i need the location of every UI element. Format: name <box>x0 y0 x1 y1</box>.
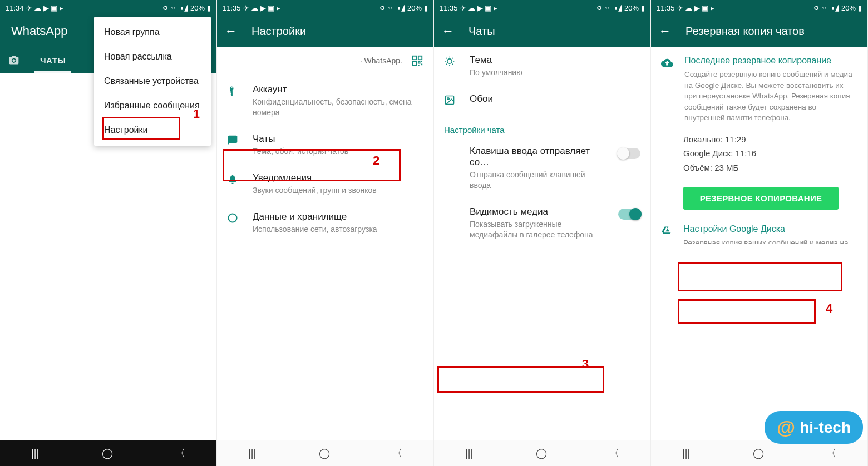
row-media-visibility[interactable]: Видимость медиа Показывать загруженные м… <box>434 199 650 244</box>
data-icon <box>227 212 240 224</box>
status-bar: 11:35 ✈ ☁ ▶ ▣ ▸ ⭘ ᯤ ▮◢ 20% ▮ <box>651 0 867 16</box>
status-time: 11:35 <box>223 4 241 12</box>
nav-home-icon[interactable]: ◯ <box>319 447 330 459</box>
row-subtitle: Отправка сообщений клавишей ввода <box>470 170 606 191</box>
row-subtitle: Использование сети, автозагрузка <box>253 224 423 235</box>
row-title: Видимость медиа <box>470 206 606 217</box>
row-subtitle: Звуки сообщений, групп и звонков <box>253 185 423 196</box>
page-title: Настройки <box>251 25 426 38</box>
row-title: Чаты <box>253 133 423 145</box>
annotation-num-4: 4 <box>826 301 832 316</box>
svg-point-7 <box>447 98 449 100</box>
qr-icon[interactable] <box>411 54 423 67</box>
nav-recent-icon[interactable]: ||| <box>682 448 690 459</box>
menu-new-group[interactable]: Новая группа <box>94 20 211 44</box>
back-icon[interactable]: ← <box>225 24 237 38</box>
section-chat-settings: Настройки чата <box>434 116 650 138</box>
menu-linked-devices[interactable]: Связанные устройства <box>94 69 211 93</box>
wallpaper-icon <box>444 95 457 106</box>
back-icon[interactable]: ← <box>659 24 671 38</box>
screen-2-settings: 11:35 ✈ ☁ ▶ ▣ ▸ ⭘ ᯤ ▮◢ 20% ▮ ← Настройки… <box>217 0 434 466</box>
menu-settings[interactable]: Настройки <box>94 118 211 142</box>
bell-icon <box>227 173 240 185</box>
nav-home-icon[interactable]: ◯ <box>536 447 547 459</box>
svg-point-5 <box>447 59 452 63</box>
status-icons-right: ⭘ ᯤ ▮◢ <box>379 4 405 12</box>
row-subtitle: По умолчанию <box>470 67 640 78</box>
nav-back-icon[interactable]: 〈 <box>175 447 185 460</box>
nav-home-icon[interactable]: ◯ <box>753 447 764 459</box>
row-chats[interactable]: Чаты Тема, обои, история чатов <box>217 126 433 165</box>
app-bar: ← Резервная копия чатов <box>651 16 867 47</box>
overflow-menu: Новая группа Новая рассылка Связанные ус… <box>94 17 211 146</box>
nav-recent-icon[interactable]: ||| <box>31 448 39 459</box>
row-data-storage[interactable]: Данные и хранилище Использование сети, а… <box>217 204 433 242</box>
status-icons-right: ⭘ ᯤ ▮◢ <box>813 4 839 12</box>
last-backup-desc: Создайте резервную копию сообщений и мед… <box>684 69 857 123</box>
watermark: @ hi-tech <box>765 411 863 444</box>
status-icons-left: ✈ ☁ ▶ ▣ ▸ <box>460 4 497 12</box>
app-title: WhatsApp <box>8 24 68 38</box>
gdrive-desc: Резервная копия ваших сообщений и медиа … <box>683 237 857 244</box>
battery-icon: ▮ <box>641 4 645 12</box>
screen-4-backup: 11:35 ✈ ☁ ▶ ▣ ▸ ⭘ ᯤ ▮◢ 20% ▮ ← Резервная… <box>651 0 868 466</box>
nav-home-icon[interactable]: ◯ <box>102 447 113 459</box>
menu-new-broadcast[interactable]: Новая рассылка <box>94 44 211 69</box>
svg-point-3 <box>229 214 237 222</box>
theme-icon <box>444 56 457 67</box>
nav-recent-icon[interactable]: ||| <box>465 448 473 459</box>
stat-local: Локально: 11:29 <box>683 132 857 147</box>
row-enter-send[interactable]: Клавиша ввода отправляет со… Отправка со… <box>434 138 650 199</box>
status-battery: 20% <box>407 4 422 12</box>
row-account[interactable]: Аккаунт Конфиденциальность, безопасность… <box>217 76 433 126</box>
status-bar: 11:35 ✈ ☁ ▶ ▣ ▸ ⭘ ᯤ ▮◢ 20% ▮ <box>217 0 433 16</box>
status-icons-left: ✈ ☁ ▶ ▣ ▸ <box>243 4 280 12</box>
row-subtitle: Показывать загруженные медиафайлы в гале… <box>470 219 606 240</box>
app-bar: ← Чаты <box>434 16 650 47</box>
backup-button[interactable]: РЕЗЕРВНОЕ КОПИРОВАНИЕ <box>683 187 839 210</box>
row-notifications[interactable]: Уведомления Звуки сообщений, групп и зво… <box>217 165 433 204</box>
row-title: Клавиша ввода отправляет со… <box>470 146 606 168</box>
row-wallpaper[interactable]: Обои <box>434 86 650 113</box>
page-title: Резервная копия чатов <box>685 25 860 38</box>
stat-gdrive: Google Диск: 11:16 <box>683 146 857 161</box>
status-battery: 20% <box>190 4 205 12</box>
row-title: Обои <box>470 93 640 105</box>
nav-recent-icon[interactable]: ||| <box>248 448 256 459</box>
row-title: Уведомления <box>253 172 423 184</box>
backup-stats: Локально: 11:29 Google Диск: 11:16 Объём… <box>651 128 867 180</box>
gdrive-heading: Настройки Google Диска <box>683 224 857 234</box>
back-icon[interactable]: ← <box>442 24 454 38</box>
row-theme[interactable]: Тема По умолчанию <box>434 47 650 86</box>
last-backup-heading: Последнее резервное копирование <box>684 56 857 66</box>
annotation-num-3: 3 <box>582 357 589 371</box>
nav-bar: ||| ◯ 〈 <box>217 440 433 466</box>
screen-3-chats: 11:35 ✈ ☁ ▶ ▣ ▸ ⭘ ᯤ ▮◢ 20% ▮ ← Чаты Тема… <box>434 0 651 466</box>
svg-rect-0 <box>413 56 416 60</box>
profile-label: · WhatsApp. <box>360 56 402 65</box>
page-title: Чаты <box>468 25 643 38</box>
screen-1-main: 11:34 ✈ ☁ ▶ ▣ ▸ ⭘ ᯤ ▮◢ 20% ▮ WhatsApp ЧА… <box>0 0 217 466</box>
status-icons-left: ✈ ☁ ▶ ▣ ▸ <box>677 4 714 12</box>
nav-back-icon[interactable]: 〈 <box>609 447 619 460</box>
camera-icon[interactable] <box>8 54 20 66</box>
last-backup-section: Последнее резервное копирование Создайте… <box>651 47 867 128</box>
toggle-media-visibility[interactable] <box>618 209 640 220</box>
status-time: 11:35 <box>440 4 458 12</box>
status-icons-right: ⭘ ᯤ ▮◢ <box>162 4 188 12</box>
toggle-enter-send[interactable] <box>618 148 640 159</box>
row-subtitle: Тема, обои, история чатов <box>253 146 423 157</box>
status-icons-right: ⭘ ᯤ ▮◢ <box>596 4 622 12</box>
nav-bar: ||| ◯ 〈 <box>0 440 216 466</box>
status-time: 11:35 <box>657 4 675 12</box>
nav-back-icon[interactable]: 〈 <box>826 447 836 460</box>
chat-icon <box>227 135 240 146</box>
stat-size: Объём: 23 МБ <box>683 161 857 175</box>
nav-back-icon[interactable]: 〈 <box>392 447 402 460</box>
app-bar: ← Настройки <box>217 16 433 47</box>
gdrive-section: Настройки Google Диска Резервная копия в… <box>651 219 867 244</box>
nav-bar: ||| ◯ 〈 <box>434 440 650 466</box>
status-icons-left: ✈ ☁ ▶ ▣ ▸ <box>26 4 63 12</box>
tab-chats[interactable]: ЧАТЫ <box>40 56 66 65</box>
profile-row[interactable]: · WhatsApp. <box>217 47 433 76</box>
